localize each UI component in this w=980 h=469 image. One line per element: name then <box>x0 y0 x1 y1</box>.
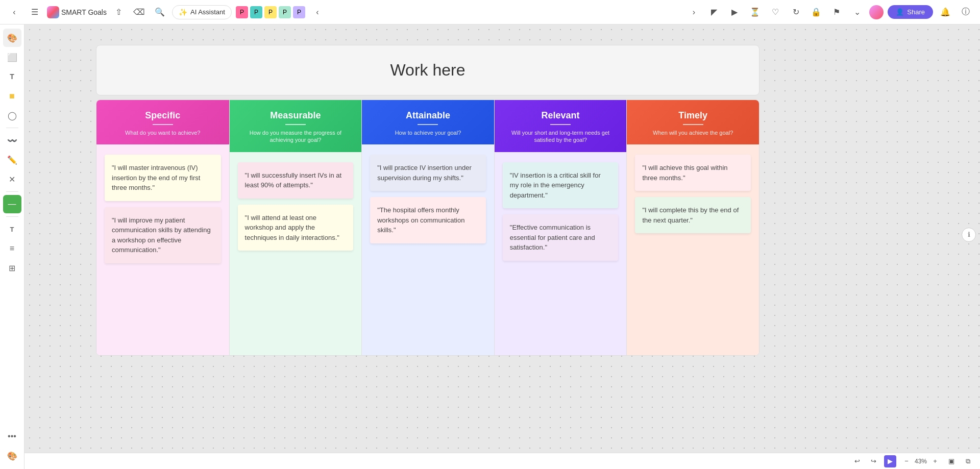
col-measurable-subtitle: How do you measure the progress of achie… <box>238 129 354 144</box>
toolbar-right: › ◤ ▶ ⏳ ♡ ↻ 🔒 ⚑ ⌄ 👤 Share 🔔 ⓘ <box>685 4 974 20</box>
notifications-button[interactable]: 🔔 <box>937 4 953 20</box>
flag-button[interactable]: ⚑ <box>828 4 845 20</box>
relevant-note-1[interactable]: "IV insertion is a critical skill for my… <box>503 162 619 209</box>
specific-note-2[interactable]: "I will improve my patient communication… <box>105 207 221 263</box>
collab-2: P <box>250 6 262 18</box>
sidebar-draw-icon[interactable]: ✏️ <box>3 151 21 169</box>
col-attainable-underline <box>418 124 438 125</box>
collab-1: P <box>236 6 248 18</box>
sidebar-divider-3 <box>6 216 18 217</box>
sidebar-palette-icon[interactable]: 🎨 <box>3 447 21 465</box>
col-measurable-body: "I will successfully insert IVs in at le… <box>230 152 362 355</box>
lock-button[interactable]: 🔒 <box>808 4 824 20</box>
fullscreen-button[interactable]: ⧉ <box>962 455 974 467</box>
template-button[interactable]: ◤ <box>706 4 722 20</box>
board-wrapper: Work here Specific What do you want to a… <box>96 45 760 356</box>
specific-note-1[interactable]: "I will master intravenous (IV) insertio… <box>105 155 221 201</box>
sidebar-text-icon[interactable]: T <box>3 67 21 86</box>
collaborator-icons: P P P P P <box>236 6 305 18</box>
column-measurable-header: Measurable How do you measure the progre… <box>230 100 362 152</box>
sidebar-text2-icon[interactable]: T <box>3 220 21 238</box>
sidebar-home-icon[interactable]: 🎨 <box>3 29 21 47</box>
redo-button[interactable]: ↪ <box>868 455 880 467</box>
sidebar-sticky-icon[interactable]: ■ <box>3 87 21 105</box>
col-timely-underline <box>683 124 703 125</box>
sidebar-pen-icon[interactable]: 〰️ <box>3 131 21 150</box>
bottom-toolbar: ■ ↩ ↪ ▶ − 43% + ▣ ⧉ <box>0 453 980 469</box>
sidebar-list-icon[interactable]: ≡ <box>3 239 21 258</box>
sidebar-color-icon[interactable]: — <box>3 195 21 213</box>
fit-button[interactable]: ▣ <box>945 455 958 467</box>
ai-assistant-label: AI Assistant <box>190 8 225 16</box>
col-measurable-underline <box>285 124 306 125</box>
collab-3: P <box>264 6 277 18</box>
col-attainable-subtitle: How to achieve your goal? <box>370 129 486 136</box>
column-relevant: Relevant Will your short and long-term n… <box>494 100 627 355</box>
collapse-button[interactable]: ‹ <box>309 4 326 20</box>
user-avatar[interactable] <box>869 5 884 19</box>
back-button[interactable]: ‹ <box>6 4 22 20</box>
zoom-level: 43% <box>915 458 927 465</box>
ai-assistant-button[interactable]: ✨ AI Assistant <box>172 5 232 19</box>
col-specific-title: Specific <box>105 110 221 121</box>
sidebar-dots-icon[interactable]: ••• <box>3 427 21 446</box>
share-label: Share <box>907 8 925 16</box>
canvas-area[interactable]: Work here Specific What do you want to a… <box>24 24 980 453</box>
tag-button[interactable]: ⌫ <box>131 4 148 20</box>
col-specific-body: "I will master intravenous (IV) insertio… <box>96 144 229 355</box>
share-icon: 👤 <box>896 8 904 16</box>
sidebar-divider-1 <box>6 128 18 128</box>
column-timely-header: Timely When will you achieve the goal? <box>627 100 759 144</box>
zoom-control: − 43% + <box>900 455 941 467</box>
play-button[interactable]: ▶ <box>726 4 743 20</box>
sidebar-divider-2 <box>6 191 18 192</box>
timely-note-2[interactable]: "I will complete this by the end of the … <box>635 197 751 233</box>
zoom-in-button[interactable]: + <box>929 455 941 467</box>
relevant-note-2[interactable]: "Effective communication is essential fo… <box>503 214 619 261</box>
expand-button[interactable]: › <box>685 4 702 20</box>
col-attainable-title: Attainable <box>370 110 486 121</box>
help-button[interactable]: ⓘ <box>958 4 974 20</box>
sidebar-shape-icon[interactable]: ◯ <box>3 106 21 125</box>
col-specific-subtitle: What do you want to achieve? <box>105 129 221 136</box>
column-relevant-header: Relevant Will your short and long-term n… <box>495 100 627 152</box>
measurable-note-1[interactable]: "I will successfully insert IVs in at le… <box>238 162 354 199</box>
info-button[interactable]: ℹ <box>962 228 976 242</box>
zoom-out-button[interactable]: − <box>900 455 913 467</box>
share-button[interactable]: 👤 Share <box>888 5 933 19</box>
column-measurable: Measurable How do you measure the progre… <box>229 100 362 355</box>
attainable-note-1[interactable]: "I will practice IV insertion under supe… <box>370 155 486 191</box>
app-logo: SMART Goals <box>47 6 107 18</box>
col-measurable-title: Measurable <box>238 110 354 121</box>
doc-title: SMART Goals <box>61 8 107 16</box>
col-timely-title: Timely <box>635 110 751 121</box>
sidebar-eraser-icon[interactable]: ✕ <box>3 170 21 188</box>
pointer-button[interactable]: ▶ <box>884 455 896 467</box>
col-relevant-body: "IV insertion is a critical skill for my… <box>495 152 627 355</box>
more-button[interactable]: ⌄ <box>849 4 865 20</box>
col-specific-underline <box>153 124 173 125</box>
col-timely-subtitle: When will you achieve the goal? <box>635 129 751 136</box>
ai-icon: ✨ <box>179 8 187 16</box>
search-button[interactable]: 🔍 <box>152 4 168 20</box>
col-relevant-title: Relevant <box>503 110 619 121</box>
column-specific: Specific What do you want to achieve? "I… <box>96 100 229 355</box>
undo-button[interactable]: ↩ <box>851 455 864 467</box>
sidebar-frame-icon[interactable]: ⬜ <box>3 48 21 66</box>
timer-button[interactable]: ⏳ <box>747 4 763 20</box>
left-sidebar: 🎨 ⬜ T ■ ◯ 〰️ ✏️ ✕ — T ≡ ⊞ ••• 🎨 <box>0 24 24 469</box>
work-here-banner: Work here <box>96 45 760 95</box>
export-button[interactable]: ⇧ <box>111 4 127 20</box>
history-button[interactable]: ↻ <box>788 4 804 20</box>
attainable-note-2[interactable]: "The hospital offers monthly workshops o… <box>370 197 486 243</box>
column-specific-header: Specific What do you want to achieve? <box>96 100 229 144</box>
sidebar-grid-icon[interactable]: ⊞ <box>3 259 21 277</box>
menu-button[interactable]: ☰ <box>27 4 43 20</box>
measurable-note-2[interactable]: "I will attend at least one workshop and… <box>238 205 354 251</box>
column-timely: Timely When will you achieve the goal? "… <box>626 100 759 355</box>
column-attainable-header: Attainable How to achieve your goal? <box>362 100 494 144</box>
timely-note-1[interactable]: "I will achieve this goal within three m… <box>635 155 751 191</box>
chat-button[interactable]: ♡ <box>767 4 783 20</box>
collab-4: P <box>279 6 291 18</box>
col-relevant-underline <box>550 124 571 125</box>
